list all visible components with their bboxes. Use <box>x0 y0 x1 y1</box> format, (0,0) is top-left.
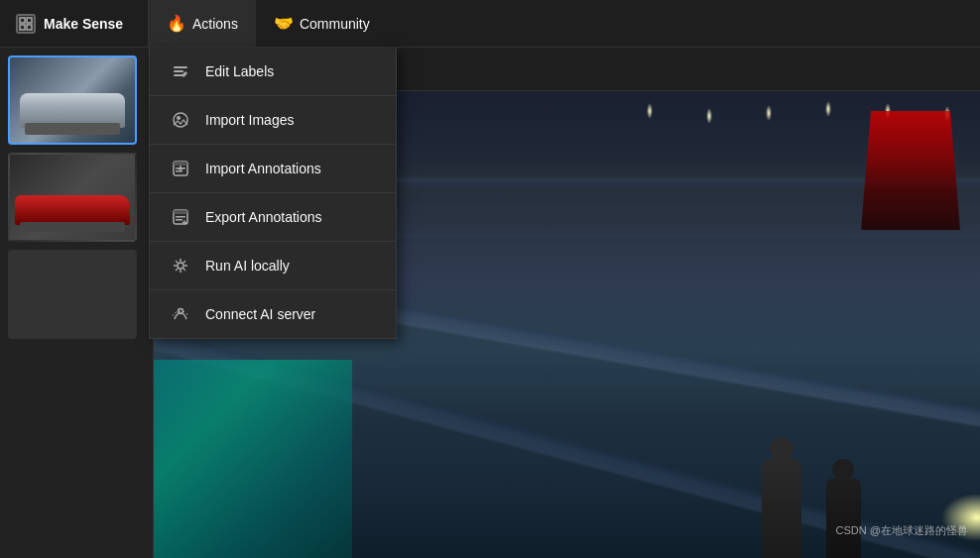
dropdown-item-export-annotations[interactable]: Export Annotations <box>150 193 396 242</box>
actions-label: Actions <box>192 16 238 32</box>
svg-rect-10 <box>174 162 187 166</box>
person-silhouette-1 <box>762 459 801 558</box>
export-annotations-text: Export Annotations <box>205 209 322 225</box>
actions-icon: 🔥 <box>167 14 186 33</box>
teal-display-panel <box>154 360 352 558</box>
export-annotations-icon <box>170 206 191 228</box>
dropdown-item-connect-ai-server[interactable]: Connect AI server <box>150 290 396 338</box>
edit-labels-text: Edit Labels <box>205 63 274 79</box>
dropdown-item-run-ai-locally[interactable]: Run AI locally <box>150 242 396 290</box>
sidebar <box>0 48 154 558</box>
watermark: CSDN @在地球迷路的怪兽 <box>836 523 968 538</box>
svg-rect-1 <box>27 18 32 23</box>
run-ai-locally-icon <box>170 255 191 277</box>
brand-icon <box>16 14 36 34</box>
brand-name: Make Sense <box>44 16 123 32</box>
import-annotations-text: Import Annotations <box>205 161 321 176</box>
dropdown-item-edit-labels[interactable]: Edit Labels <box>150 48 396 96</box>
svg-point-7 <box>174 113 187 127</box>
svg-rect-0 <box>20 18 25 23</box>
dropdown-item-import-images[interactable]: Import Images <box>150 96 396 145</box>
svg-rect-14 <box>174 210 187 214</box>
import-images-text: Import Images <box>205 112 294 128</box>
community-icon: 🤝 <box>274 14 294 33</box>
connect-ai-server-text: Connect AI server <box>205 306 315 322</box>
svg-rect-2 <box>20 25 25 30</box>
svg-rect-4 <box>174 66 187 68</box>
connect-ai-server-icon <box>170 303 191 325</box>
person-silhouette-2 <box>826 479 861 558</box>
svg-rect-12 <box>176 170 183 172</box>
svg-rect-16 <box>176 219 183 221</box>
nav-items: 🔥 Actions 🤝 Community <box>149 0 388 47</box>
thumbnail-1[interactable] <box>8 56 137 145</box>
dropdown-item-import-annotations[interactable]: Import Annotations <box>150 145 396 193</box>
actions-dropdown: Edit Labels Import Images Import Annotat… <box>149 48 397 339</box>
run-ai-locally-text: Run AI locally <box>205 258 290 274</box>
svg-point-17 <box>178 263 184 269</box>
svg-rect-5 <box>174 70 184 72</box>
nav-item-actions[interactable]: 🔥 Actions <box>149 0 256 47</box>
thumbnail-2[interactable] <box>8 153 137 242</box>
edit-labels-icon <box>170 60 191 82</box>
navbar: Make Sense 🔥 Actions 🤝 Community <box>0 0 980 48</box>
svg-rect-11 <box>176 167 185 169</box>
main-content: CSDN @在地球迷路的怪兽 <box>0 48 980 558</box>
community-label: Community <box>300 16 370 32</box>
svg-rect-15 <box>176 216 185 218</box>
svg-point-8 <box>177 116 181 120</box>
thumbnail-3[interactable] <box>8 250 137 339</box>
brand[interactable]: Make Sense <box>0 0 149 47</box>
import-annotations-icon <box>170 158 191 179</box>
import-images-icon <box>170 109 191 131</box>
nav-item-community[interactable]: 🤝 Community <box>256 0 388 47</box>
svg-rect-3 <box>27 25 32 30</box>
